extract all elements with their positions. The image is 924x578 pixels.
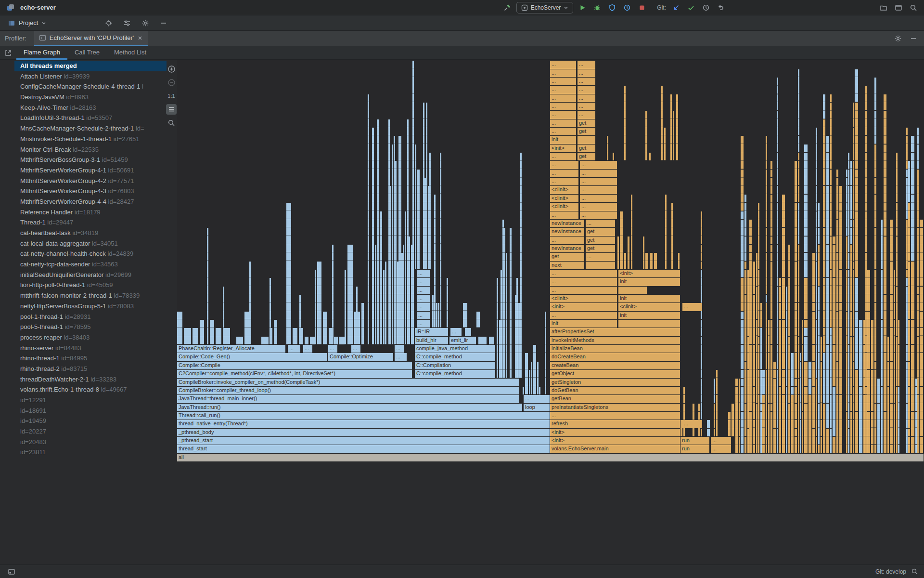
flame-frame[interactable]	[816, 320, 817, 378]
flame-frame[interactable]: createBean	[550, 362, 680, 369]
flame-frame[interactable]	[865, 211, 867, 253]
flame-frame[interactable]	[385, 262, 386, 345]
open-in-new-window-icon[interactable]	[0, 49, 16, 57]
flame-frame[interactable]: doCreateBean	[550, 353, 680, 361]
flame-frame[interactable]	[741, 312, 744, 319]
flame-frame[interactable]	[812, 345, 815, 361]
flame-frame[interactable]: next	[550, 262, 584, 269]
run-button[interactable]	[577, 2, 588, 13]
flame-frame[interactable]	[836, 178, 838, 219]
flame-frame[interactable]	[177, 312, 182, 344]
flame-frame[interactable]	[871, 320, 873, 369]
project-folders-icon[interactable]	[878, 2, 889, 13]
flame-frame[interactable]	[770, 253, 772, 261]
flame-frame[interactable]: get	[578, 153, 595, 160]
flame-frame[interactable]	[777, 186, 778, 202]
flame-frame[interactable]	[788, 278, 790, 336]
flame-frame[interactable]	[836, 362, 838, 394]
git-commit-button[interactable]	[685, 2, 697, 13]
thread-list-item[interactable]: id=12291	[14, 395, 167, 406]
flame-frame[interactable]	[896, 153, 898, 202]
zoom-in-button[interactable]	[166, 64, 177, 74]
flame-frame[interactable]	[741, 136, 744, 169]
flame-frame[interactable]	[788, 404, 790, 453]
flame-frame[interactable]	[823, 94, 825, 119]
flame-frame[interactable]	[798, 337, 799, 378]
thread-list-item[interactable]: Thread-1 id=29447	[14, 217, 167, 228]
flame-frame[interactable]	[334, 337, 338, 344]
flame-frame[interactable]	[906, 178, 908, 219]
flame-frame[interactable]: _pthread_start	[177, 437, 550, 445]
flame-frame[interactable]	[332, 245, 334, 344]
flame-frame[interactable]	[403, 245, 404, 344]
flame-frame[interactable]	[874, 111, 876, 144]
flame-frame[interactable]	[830, 395, 832, 428]
flame-frame[interactable]	[848, 345, 849, 353]
flame-frame[interactable]	[766, 445, 767, 453]
flame-frame[interactable]	[848, 186, 849, 252]
flame-frame[interactable]	[865, 153, 867, 210]
flame-frame[interactable]	[429, 153, 431, 269]
flame-frame[interactable]	[865, 111, 867, 135]
flame-frame[interactable]	[773, 379, 776, 428]
flame-frame[interactable]	[804, 144, 808, 152]
flame-frame[interactable]	[894, 303, 895, 319]
flame-frame[interactable]	[578, 136, 595, 144]
flame-frame[interactable]: <init>	[550, 144, 576, 152]
flame-frame[interactable]	[620, 211, 623, 269]
flame-frame[interactable]	[884, 144, 886, 211]
flame-frame[interactable]	[758, 270, 759, 328]
flame-frame[interactable]	[855, 370, 858, 411]
flame-frame[interactable]	[678, 253, 680, 269]
flame-frame[interactable]	[906, 136, 908, 169]
run-config-selector[interactable]: EchoServer	[516, 2, 574, 13]
flame-frame[interactable]	[874, 144, 876, 177]
flame-frame[interactable]	[184, 328, 191, 344]
flame-frame[interactable]: ...	[550, 94, 576, 102]
flame-frame[interactable]	[818, 404, 820, 445]
flame-frame[interactable]	[683, 387, 685, 394]
flame-frame[interactable]	[744, 195, 746, 202]
flame-frame[interactable]	[848, 153, 849, 169]
flame-frame[interactable]	[701, 337, 702, 378]
flame-frame[interactable]: <clinit>	[550, 186, 578, 194]
flame-frame[interactable]: ...	[550, 211, 578, 219]
flame-frame[interactable]	[812, 362, 815, 386]
flame-frame[interactable]	[317, 262, 321, 345]
flame-frame[interactable]	[850, 412, 852, 420]
flame-frame[interactable]	[518, 303, 520, 378]
flame-frame[interactable]	[741, 320, 744, 344]
flame-frame[interactable]	[412, 61, 414, 344]
flame-frame[interactable]	[848, 170, 849, 186]
flame-frame[interactable]	[795, 303, 797, 353]
flame-frame[interactable]	[871, 412, 873, 445]
flame-frame[interactable]: ...	[586, 253, 615, 261]
flame-frame[interactable]	[874, 270, 876, 302]
flame-frame[interactable]: ...	[417, 295, 430, 302]
flame-frame[interactable]: newInstance	[550, 228, 584, 236]
flame-frame[interactable]	[826, 186, 829, 244]
flame-frame[interactable]	[618, 320, 680, 328]
flame-frame[interactable]	[896, 236, 898, 286]
flame-frame[interactable]	[216, 328, 221, 344]
flame-frame[interactable]	[390, 186, 391, 344]
flame-frame[interactable]	[850, 186, 852, 219]
flame-frame[interactable]	[884, 353, 886, 411]
flame-frame[interactable]	[850, 245, 852, 311]
flame-frame[interactable]	[770, 195, 772, 236]
thread-list-item[interactable]: id=23811	[14, 447, 167, 458]
flame-frame[interactable]	[762, 445, 765, 453]
flame-frame[interactable]: get	[578, 119, 595, 127]
flame-frame[interactable]: ...	[580, 195, 617, 202]
thread-list-item[interactable]: process reaper id=38403	[14, 332, 167, 343]
thread-list-item[interactable]: ConfigCacheManager-Schedule-4-thread-1 i	[14, 81, 167, 92]
flame-frame[interactable]	[200, 320, 204, 344]
flame-frame[interactable]	[802, 345, 803, 411]
flame-frame[interactable]	[489, 337, 494, 344]
flame-frame[interactable]: ...	[417, 303, 430, 311]
flame-frame[interactable]	[779, 287, 781, 303]
flame-frame[interactable]	[881, 328, 883, 386]
thread-list-item[interactable]: pool-1-thread-1 id=28931	[14, 312, 167, 322]
flame-frame[interactable]	[741, 379, 744, 386]
flame-frame[interactable]	[908, 387, 910, 428]
